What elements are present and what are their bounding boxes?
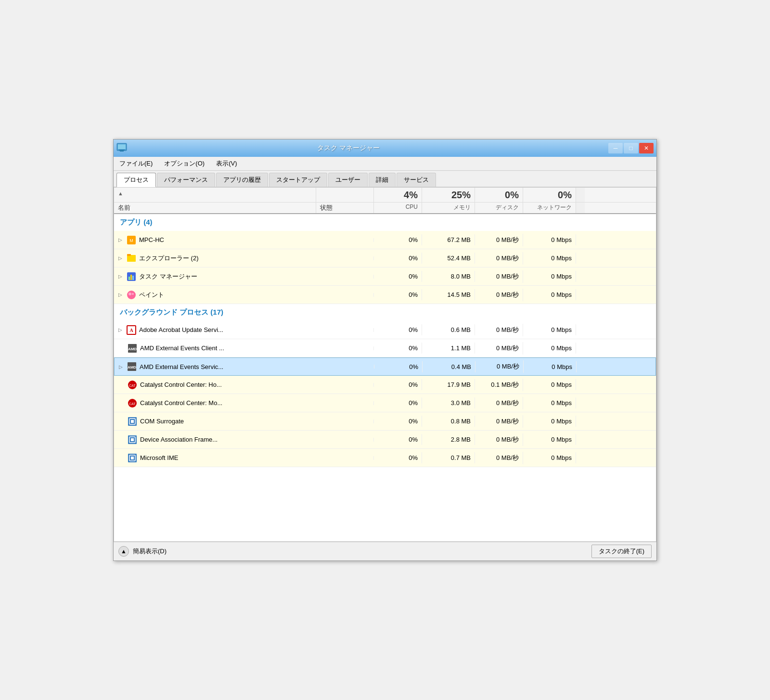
header-disk-pct: 0%	[475, 188, 523, 202]
process-status	[317, 365, 374, 369]
header-disk-label[interactable]: ディスク	[475, 203, 523, 213]
compact-view-label[interactable]: 簡易表示(D)	[133, 547, 167, 556]
status-left: ▲ 簡易表示(D)	[118, 546, 167, 557]
svg-text:AMD: AMD	[128, 365, 136, 369]
process-memory: 0.8 MB	[422, 416, 475, 427]
expand-arrow-icon[interactable]: ▷	[117, 273, 124, 280]
process-network: 0 Mbps	[523, 253, 576, 264]
process-network: 0 Mbps	[523, 434, 576, 445]
header-network-label[interactable]: ネットワーク	[523, 203, 576, 213]
table-row[interactable]: Microsoft IME 0% 0.7 MB 0 MB/秒 0 Mbps	[114, 449, 656, 467]
table-row[interactable]: Device Association Frame... 0% 2.8 MB 0 …	[114, 431, 656, 449]
table-row[interactable]: ▷ エクスプローラー (2) 0% 52.4 MB 0 MB/秒 0 Mbps	[114, 249, 656, 267]
process-disk: 0 MB/秒	[475, 360, 524, 373]
process-name-text: Microsoft IME	[140, 454, 178, 461]
status-bar: ▲ 簡易表示(D) タスクの終了(E)	[114, 542, 656, 560]
process-memory: 14.5 MB	[422, 289, 475, 300]
process-status	[316, 346, 374, 350]
process-cpu: 0%	[374, 324, 422, 335]
svg-rect-3	[120, 151, 124, 152]
tab-startup[interactable]: スタートアップ	[269, 173, 327, 187]
process-status	[316, 275, 374, 279]
expand-arrow-icon[interactable]: ▷	[117, 292, 124, 298]
main-content: ▲ 4% 25% 0% 0% 名前 状態	[114, 187, 656, 542]
process-name-device-assoc: Device Association Frame...	[114, 433, 316, 446]
header-name-sort[interactable]: ▲	[114, 188, 316, 202]
process-disk: 0 MB/秒	[475, 289, 523, 301]
process-table[interactable]: アプリ (4) ▷ M MPC-HC 0% 67.2 MB 0 MB/秒 0 M…	[114, 214, 656, 541]
process-memory: 52.4 MB	[422, 253, 475, 264]
process-icon-dcom	[128, 417, 137, 426]
background-section-header: バックグラウンド プロセス (17)	[114, 304, 656, 321]
menu-options[interactable]: オプション(O)	[161, 158, 207, 169]
tab-process[interactable]: プロセス	[116, 173, 156, 187]
process-disk: 0.1 MB/秒	[475, 379, 523, 391]
process-name-explorer: ▷ エクスプローラー (2)	[114, 252, 316, 265]
process-name-text: Catalyst Control Center: Ho...	[140, 381, 222, 388]
minimize-button[interactable]: ─	[608, 143, 623, 153]
header-status-top	[316, 188, 374, 202]
process-status	[316, 401, 374, 405]
expand-arrow-icon[interactable]: ▷	[117, 363, 124, 370]
process-network: 0 Mbps	[523, 343, 576, 354]
table-row[interactable]: AMD AMD External Events Client ... 0% 1.…	[114, 339, 656, 357]
process-network: 0 Mbps	[523, 452, 576, 463]
scrollbar-placeholder	[576, 188, 585, 202]
tab-details[interactable]: 詳細	[369, 173, 396, 187]
process-network: 0 Mbps	[524, 361, 577, 372]
restore-button[interactable]: □	[624, 143, 638, 153]
header-name-label[interactable]: 名前	[114, 203, 316, 213]
menu-file[interactable]: ファイル(E)	[116, 158, 155, 169]
process-icon-catalyst: CAT	[128, 380, 137, 390]
header-memory-label[interactable]: メモリ	[422, 203, 475, 213]
header-status-label[interactable]: 状態	[316, 203, 374, 213]
expand-arrow-icon[interactable]: ▷	[117, 327, 124, 333]
table-row[interactable]: ▷ ペイント 0% 14.5 MB 0 MB/秒 0 Mbps	[114, 286, 656, 304]
table-row[interactable]: CAT Catalyst Control Center: Mo... 0% 3.…	[114, 394, 656, 412]
process-network: 0 Mbps	[523, 379, 576, 390]
header-cpu-label[interactable]: CPU	[374, 203, 422, 213]
table-row[interactable]: ▷ タスク マネージャー 0% 8.0 MB 0 MB/秒 0 Mbps	[114, 267, 656, 286]
svg-rect-7	[127, 254, 131, 256]
menu-bar: ファイル(E) オプション(O) 表示(V)	[114, 157, 656, 171]
process-memory: 8.0 MB	[422, 271, 475, 282]
scrollbar-placeholder2	[576, 203, 585, 213]
process-status	[316, 456, 374, 460]
process-icon-catalyst2: CAT	[128, 398, 137, 408]
table-row[interactable]: CAT Catalyst Control Center: Ho... 0% 17…	[114, 376, 656, 394]
table-row[interactable]: ▷ AMD AMD External Events Servic... 0% 0…	[114, 357, 656, 376]
menu-view[interactable]: 表示(V)	[213, 158, 240, 169]
tab-app-history[interactable]: アプリの履歴	[216, 173, 268, 187]
column-headers: ▲ 4% 25% 0% 0% 名前 状態	[114, 188, 656, 214]
process-name-com-surrogate: COM Surrogate	[114, 415, 316, 428]
process-cpu: 0%	[374, 434, 422, 445]
tab-bar: プロセス パフォーマンス アプリの履歴 スタートアップ ユーザー 詳細 サービス	[114, 171, 656, 187]
title-bar-controls: ─ □ ✕	[608, 143, 654, 153]
svg-rect-10	[130, 275, 132, 280]
expand-arrow-icon[interactable]: ▷	[117, 255, 124, 262]
process-icon-amd2: AMD	[127, 362, 137, 371]
process-name-mpc: ▷ M MPC-HC	[114, 233, 316, 247]
window-icon	[116, 143, 127, 153]
title-bar-left	[116, 143, 127, 153]
process-icon-device	[128, 435, 137, 445]
process-name-text: エクスプローラー (2)	[139, 254, 199, 263]
process-name-msime: Microsoft IME	[114, 451, 316, 465]
table-row[interactable]: ▷ M MPC-HC 0% 67.2 MB 0 MB/秒 0 Mbps	[114, 231, 656, 249]
table-row[interactable]: ▷ A Adobe Acrobat Update Servi... 0% 0.6…	[114, 321, 656, 339]
process-network: 0 Mbps	[523, 416, 576, 427]
sort-arrow-icon: ▲	[118, 191, 123, 196]
tab-performance[interactable]: パフォーマンス	[157, 173, 215, 187]
close-button[interactable]: ✕	[639, 143, 654, 153]
tab-services[interactable]: サービス	[397, 173, 436, 187]
expand-arrow-icon[interactable]: ▷	[117, 237, 124, 243]
svg-rect-30	[131, 438, 134, 441]
table-row[interactable]: COM Surrogate 0% 0.8 MB 0 MB/秒 0 Mbps	[114, 412, 656, 431]
process-disk: 0 MB/秒	[475, 415, 523, 428]
tab-users[interactable]: ユーザー	[328, 173, 368, 187]
process-icon-msime	[128, 453, 137, 463]
end-task-button[interactable]: タスクの終了(E)	[591, 545, 652, 558]
process-name-text: タスク マネージャー	[139, 272, 197, 281]
compact-view-button[interactable]: ▲	[118, 546, 129, 557]
process-cpu: 0%	[374, 253, 422, 264]
